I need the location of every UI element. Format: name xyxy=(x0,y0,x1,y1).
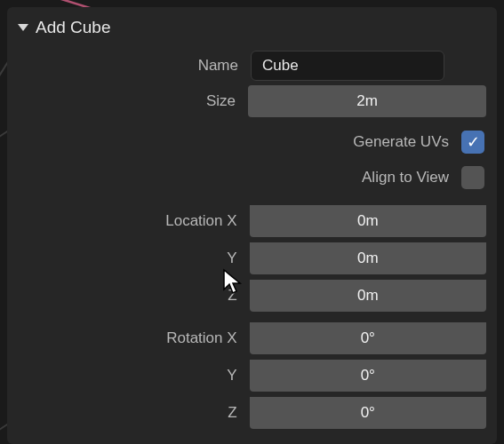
generate-uvs-label: Generate UVs xyxy=(353,133,449,151)
rotation-x-label: Rotation X xyxy=(18,329,250,347)
location-y-field[interactable]: 0m xyxy=(250,242,486,274)
rotation-z-field[interactable]: 0° xyxy=(250,397,486,429)
panel-title: Add Cube xyxy=(36,18,111,37)
location-x-field[interactable]: 0m xyxy=(250,205,486,237)
disclosure-triangle-icon[interactable] xyxy=(18,24,28,31)
align-view-checkbox[interactable] xyxy=(461,166,484,189)
generate-uvs-checkbox[interactable]: ✓ xyxy=(461,131,484,154)
name-input[interactable] xyxy=(251,51,444,81)
size-label: Size xyxy=(18,92,248,110)
rotation-x-field[interactable]: 0° xyxy=(250,322,486,354)
rotation-z-label: Z xyxy=(18,404,250,422)
size-field[interactable]: 2m xyxy=(248,85,486,117)
rotation-y-field[interactable]: 0° xyxy=(250,360,486,392)
rotation-group: Rotation X 0° Y 0° Z 0° xyxy=(18,320,486,432)
location-z-label: Z xyxy=(18,287,250,305)
location-group: Location X 0m Y 0m Z 0m xyxy=(18,202,486,314)
add-cube-panel: Add Cube Name Size 2m Generate UVs ✓ Ali… xyxy=(7,7,497,444)
align-view-label: Align to View xyxy=(362,169,449,186)
name-label: Name xyxy=(18,57,251,75)
location-z-field[interactable]: 0m xyxy=(250,280,486,312)
location-y-label: Y xyxy=(18,250,250,267)
panel-header[interactable]: Add Cube xyxy=(18,14,486,50)
checkmark-icon: ✓ xyxy=(467,132,480,152)
rotation-y-label: Y xyxy=(18,367,250,385)
location-x-label: Location X xyxy=(18,212,250,230)
